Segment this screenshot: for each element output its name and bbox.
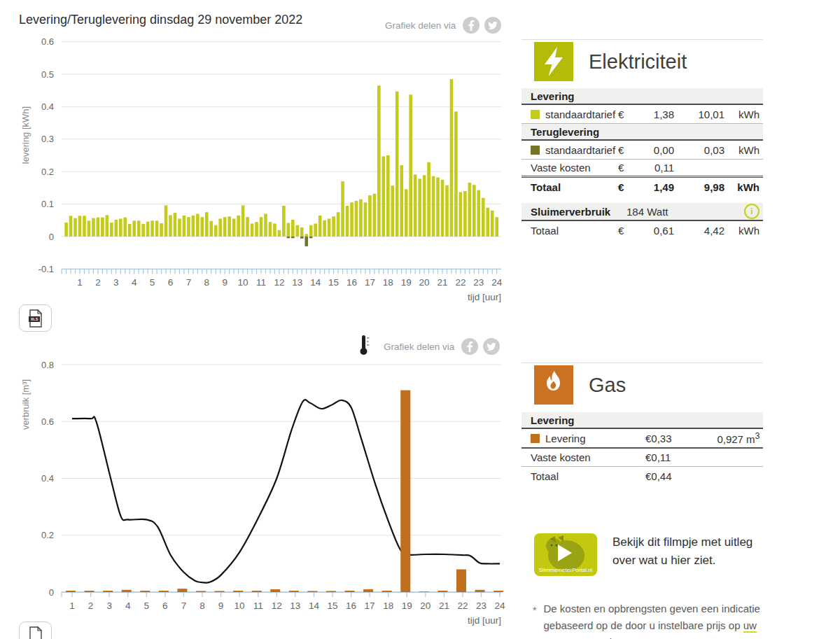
share-label: Grafiek delen via [385,20,456,31]
svg-text:21: 21 [437,277,447,288]
gas-table: Levering Levering €0,33 0,927 m3 Vaste k… [522,412,763,486]
levering-header-row: Levering [522,88,763,105]
gas-title: Gas [589,374,626,397]
svg-text:7: 7 [186,277,192,288]
svg-text:1: 1 [77,277,83,288]
video-thumbnail[interactable]: SlimmemeterPortal.nl [534,533,597,576]
svg-text:tijd [uur]: tijd [uur] [468,292,501,302]
gas-swatch [531,434,540,443]
amount: 0,11 [635,162,674,174]
electricity-card-header: Elektriciteit [534,42,687,81]
quantity: 4,42 [674,225,724,237]
row-label: Vaste kosten [531,162,618,174]
footnote: * De kosten en opbrengsten geven een ind… [533,601,764,639]
svg-text:24: 24 [491,277,503,288]
gas-icon [534,365,573,405]
amount: €0,11 [645,451,671,463]
gas-levering-row: Levering €0,33 0,927 m3 [522,429,763,449]
gas-card-header: Gas [534,365,626,405]
svg-text:10: 10 [238,277,248,288]
gas-totaal-row: Totaal €0,44 [522,467,763,486]
vaste-kosten-row: Vaste kosten € 0,11 [522,160,763,178]
svg-text:0.6: 0.6 [41,416,54,427]
gas-chart[interactable]: 00.20.40.60.8verbruik [m³]12345678910111… [19,335,509,631]
svg-text:14: 14 [309,601,320,611]
amount: 0,00 [635,144,674,156]
svg-text:0.5: 0.5 [41,69,54,80]
svg-text:22: 22 [455,277,465,288]
quantity: 9,98 [674,181,724,193]
svg-text:13: 13 [290,601,300,611]
amount: 1,49 [635,181,674,193]
download-xls-button-electricity[interactable]: XLS [19,304,52,332]
teruglevering-header-row: Teruglevering [522,124,763,141]
row-label: Sluimerverbruik [531,206,626,218]
svg-text:20: 20 [419,277,430,288]
svg-text:0.1: 0.1 [41,199,54,209]
info-icon[interactable]: i [744,204,760,219]
download-xls-button-gas[interactable] [19,622,52,639]
amount: €0,44 [645,470,672,482]
facebook-share-icon[interactable] [463,17,479,34]
currency: € [618,225,635,237]
currency: € [618,162,635,174]
currency: € [618,181,635,193]
unit: kWh [724,225,760,237]
sluimerverbruik-row: Sluimerverbruik 184 Watt i [522,203,763,221]
teruglevering-standaardtarief-row: standaardtarief € 0,00 0,03 kWh [522,141,763,160]
svg-text:0.4: 0.4 [41,101,54,112]
sluimer-value: 184 Watt [626,206,738,218]
svg-text:17: 17 [365,601,375,611]
svg-text:0.4: 0.4 [41,473,54,484]
levering-standaardtarief-row: standaardtarief € 1,38 10,01 kWh [522,105,763,124]
svg-text:19: 19 [401,277,412,288]
page-title: Levering/Teruglevering dinsdag 29 novemb… [19,13,302,27]
svg-text:15: 15 [328,277,339,288]
svg-text:9: 9 [222,277,227,288]
svg-text:3: 3 [113,277,119,288]
svg-text:0.6: 0.6 [41,36,54,47]
quantity: 10,01 [674,108,724,120]
play-icon [558,545,572,561]
svg-text:5: 5 [150,277,155,288]
row-label: Vaste kosten [531,451,645,463]
row-label: Totaal [531,225,618,237]
svg-text:3: 3 [106,601,112,611]
svg-text:6: 6 [162,601,168,611]
svg-text:19: 19 [402,601,412,611]
row-label: Totaal [531,470,645,482]
twitter-share-icon[interactable] [484,17,501,34]
unit: kWh [724,181,760,193]
svg-text:13: 13 [292,277,302,288]
svg-text:12: 12 [274,277,284,288]
xls-file-icon [28,626,43,639]
amount: €0,33 [645,433,672,444]
svg-text:22: 22 [457,601,468,611]
svg-text:levering [kWh]: levering [kWh] [20,106,31,164]
svg-text:23: 23 [476,601,486,611]
footnote-marker: * [533,601,536,639]
sluimer-totaal-row: Totaal € 0,61 4,42 kWh [522,221,763,240]
gas-vaste-kosten-row: Vaste kosten €0,11 [522,449,763,467]
svg-text:17: 17 [365,277,375,288]
svg-text:18: 18 [383,277,393,288]
divider [522,39,763,40]
gas-levering-header-row: Levering [522,412,763,429]
levering-header: Levering [531,90,618,102]
svg-text:7: 7 [181,601,187,611]
svg-text:0.2: 0.2 [41,167,54,177]
info-column: Elektriciteit Levering standaardtarief €… [522,0,763,639]
svg-text:15: 15 [327,601,337,611]
amount: 0,61 [635,225,674,237]
unit: kWh [724,144,760,156]
svg-text:11: 11 [256,277,266,288]
levering-swatch [531,110,540,119]
electricity-table: Levering standaardtarief € 1,38 10,01 kW… [522,88,763,240]
svg-text:10: 10 [234,601,245,611]
unit: kWh [724,108,760,120]
svg-text:24: 24 [495,601,506,611]
electricity-chart[interactable]: 0.60.50.40.30.20.10-0.1levering [kWh]123… [19,34,509,308]
divider [522,363,763,363]
row-label: standaardtarief [531,144,618,156]
row-label: Levering [531,433,645,444]
